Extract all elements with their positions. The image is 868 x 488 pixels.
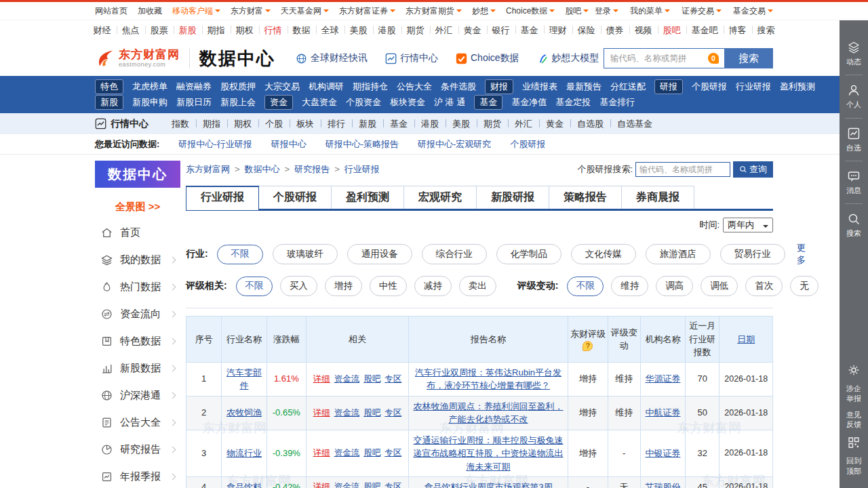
report-tab[interactable]: 策略报告	[549, 186, 622, 209]
topbar-link[interactable]: 证券交易	[682, 5, 722, 17]
mega-menu-item[interactable]: 基金净值	[511, 96, 547, 108]
filter-pill[interactable]: 不限	[217, 245, 263, 264]
filter-pill[interactable]: 文化传媒	[571, 244, 636, 264]
filter-pill[interactable]: 贸易行业	[720, 244, 785, 264]
quote-link[interactable]: 港股	[414, 118, 446, 130]
eastmoney-logo[interactable]: 东方财富网 eastmoney.com	[95, 48, 180, 68]
rail-item-feedback[interactable]: 意见反馈	[846, 410, 862, 430]
zone-link[interactable]: 专区	[384, 447, 401, 460]
channel-link[interactable]: 保险	[572, 24, 601, 37]
quote-link[interactable]: 外汇	[508, 118, 539, 130]
guba-link[interactable]: 股吧	[363, 373, 380, 386]
filter-pill[interactable]: 减持	[414, 276, 452, 296]
header-search-button[interactable]: 搜索	[724, 48, 773, 68]
breadcrumb-link[interactable]: 东方财富网	[186, 163, 230, 176]
time-select[interactable]: 两年内	[723, 218, 773, 232]
industry-link[interactable]: 农牧饲渔	[226, 407, 262, 418]
channel-link[interactable]: 基金	[515, 24, 544, 37]
report-title-link[interactable]: 汽车行业双周报：英伟达Rubin平台发布，液冷环节核心增量有哪些？	[415, 367, 561, 391]
breadcrumb-link[interactable]: 数据中心	[230, 163, 280, 176]
mega-menu-item[interactable]: 研报	[654, 79, 683, 94]
report-title-link[interactable]: 交通运输行业周报：顺丰控股与极兔速递宣布战略相互持股，中资快递物流出海未来可期	[414, 435, 564, 472]
sidebar-item-ipo-data[interactable]: 新股数据	[95, 354, 180, 382]
sidebar-item-research-reports[interactable]: 研究报告	[95, 436, 180, 463]
help-icon[interactable]: ?	[583, 341, 593, 351]
mega-menu-item[interactable]: 条件选股	[441, 81, 476, 93]
rail-item-watchlist[interactable]: 自选	[846, 127, 862, 152]
filter-pill[interactable]: 增持	[325, 276, 362, 296]
channel-link[interactable]: 博客	[724, 24, 752, 37]
channel-link[interactable]: 期权	[231, 24, 259, 37]
mega-menu-item[interactable]: 个股研报	[692, 81, 727, 93]
industry-link[interactable]: 汽车零部件	[226, 367, 262, 391]
channel-link[interactable]: 期指	[202, 24, 231, 37]
mega-menu-item[interactable]: 新股上会	[220, 96, 256, 108]
rail-item-feed[interactable]: 动态	[846, 41, 862, 66]
quote-center-title[interactable]: 行情中心	[95, 118, 149, 130]
sidebar-item-my-data[interactable]: 我的数据	[95, 246, 180, 273]
org-link[interactable]: 华源证券	[646, 373, 681, 384]
guba-link[interactable]: 股吧	[363, 481, 380, 488]
rail-item-search[interactable]: 搜索	[846, 212, 862, 238]
sidebar-item-home[interactable]: 首页	[95, 219, 180, 246]
topbar-link[interactable]: 加收藏	[138, 5, 162, 17]
quick-link-global-news[interactable]: 全球财经快讯	[296, 52, 368, 64]
mega-menu-item[interactable]: 沪 港 通	[434, 96, 465, 108]
quick-link-choice-data[interactable]: Choice数据	[456, 52, 519, 64]
report-title-link[interactable]: 食品饮料行业周度市场观察第3周	[424, 482, 552, 488]
zone-link[interactable]: 专区	[384, 481, 401, 488]
mega-menu-item[interactable]: 新股日历	[176, 96, 212, 108]
channel-link[interactable]: 新股	[174, 24, 202, 37]
detail-link[interactable]: 详细	[313, 407, 330, 420]
filter-pill[interactable]: 化学制品	[496, 244, 561, 264]
rail-item-report-company[interactable]: 涉企举报	[846, 384, 862, 403]
report-tab[interactable]: 行业研报	[186, 186, 259, 209]
topbar-link[interactable]: 东方财富期货	[406, 5, 462, 17]
mega-menu-item[interactable]: 大宗交易	[264, 81, 300, 93]
filter-pill[interactable]: 不限	[236, 277, 273, 296]
channel-link[interactable]: 视频	[629, 24, 658, 37]
quote-link[interactable]: 黄金	[539, 118, 570, 130]
channel-link[interactable]: 黄金	[458, 24, 487, 37]
mega-menu-item[interactable]: 行业研报	[736, 81, 771, 93]
channel-link[interactable]: 数据	[288, 24, 316, 37]
quote-link[interactable]: 个股	[258, 118, 290, 130]
topbar-link[interactable]: 移动客户端	[172, 5, 220, 17]
quote-link[interactable]: 指数	[165, 118, 196, 130]
quote-link[interactable]: 排行	[321, 118, 352, 130]
quote-link[interactable]: 期货	[477, 118, 508, 130]
mega-menu-item[interactable]: 大盘资金	[302, 96, 337, 108]
quote-link[interactable]: 自选股	[570, 118, 610, 130]
recent-link[interactable]: 研报中心-行业研报	[178, 138, 252, 150]
mega-menu-item[interactable]: 业绩报表	[522, 81, 557, 93]
rail-item-back-to-top[interactable]: 回到顶部	[846, 456, 862, 476]
channel-link[interactable]: 全球	[316, 24, 344, 37]
topbar-link[interactable]: Choice数据	[506, 5, 555, 17]
topbar-link[interactable]: 天天基金网	[281, 5, 329, 17]
channel-link[interactable]: 期货	[401, 24, 430, 37]
topbar-link[interactable]: 妙想	[472, 5, 496, 17]
mega-menu-item[interactable]: 特色	[95, 79, 123, 94]
filter-pill[interactable]: 卖出	[459, 276, 496, 296]
money-flow-link[interactable]: 资金流	[334, 373, 360, 386]
channel-link[interactable]: 理财	[544, 24, 572, 37]
guba-link[interactable]: 股吧	[363, 447, 380, 460]
org-link[interactable]: 中航证券	[646, 407, 681, 418]
detail-link[interactable]: 详细	[313, 447, 330, 460]
filter-pill[interactable]: 无	[790, 276, 818, 296]
breadcrumb-link[interactable]: 行业研报	[330, 163, 380, 176]
mega-menu-item[interactable]: 板块资金	[390, 96, 425, 108]
detail-link[interactable]: 详细	[313, 373, 330, 386]
channel-link[interactable]: 焦点	[117, 24, 145, 37]
detail-link[interactable]: 详细	[313, 481, 330, 488]
quote-link[interactable]: 美股	[446, 118, 477, 130]
overview-link[interactable]: 全景图 >>	[95, 201, 180, 214]
mega-menu-item[interactable]: 公告大全	[397, 81, 432, 93]
topbar-link[interactable]: 登录	[595, 5, 618, 17]
mega-menu-item[interactable]: 财报	[485, 79, 513, 94]
quote-link[interactable]: 基金	[383, 118, 414, 130]
quote-link[interactable]: 期权	[227, 118, 258, 130]
mega-menu-item[interactable]: 盈利预测	[780, 81, 815, 93]
recent-link[interactable]: 研报中心-策略报告	[326, 138, 399, 150]
recent-link[interactable]: 研报中心-宏观研究	[418, 138, 491, 150]
